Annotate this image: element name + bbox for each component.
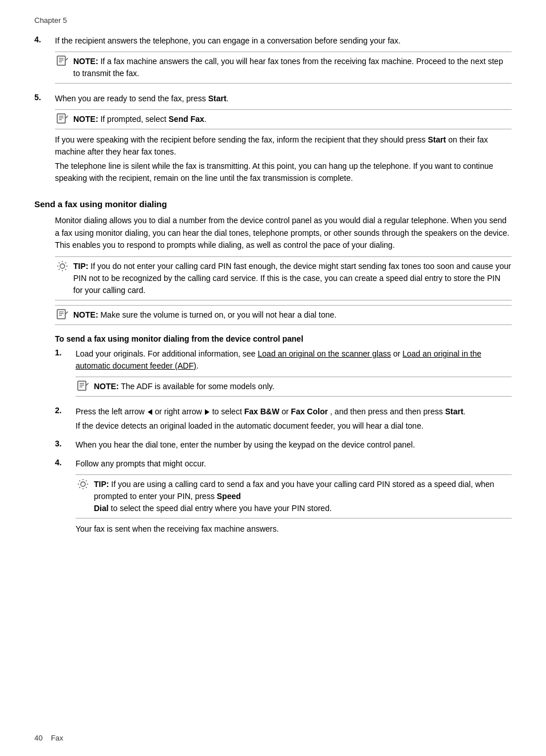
step-4-content: If the recipient answers the telephone, … [55,35,512,88]
tip-1-text: TIP: If you do not enter your calling ca… [73,260,512,296]
note-4-text: NOTE: The ADF is available for some mode… [94,381,512,393]
note-2-icon [55,113,70,124]
svg-rect-0 [57,56,65,65]
chapter-label: Chapter 5 [34,16,67,25]
step-4-block: 4. If the recipient answers the telephon… [34,35,512,88]
tip-1-icon [55,260,70,272]
svg-line-31 [86,487,87,488]
svg-point-25 [81,482,85,486]
step-5-content: When you are ready to send the fax, pres… [55,93,512,187]
sub-step-2-text: Press the left arrow or right arrow to s… [76,406,512,418]
tip-1-block: TIP: If you do not enter your calling ca… [55,256,512,300]
step-5-text: When you are ready to send the fax, pres… [55,93,512,105]
left-arrow-icon [148,409,152,415]
note-2-block: NOTE: If prompted, select Send Fax. [55,109,512,129]
note-3-block: NOTE: Make sure the volume is turned on,… [55,305,512,325]
step-4-text: If the recipient answers the telephone, … [55,35,512,47]
footer: 40 Fax [34,734,64,742]
note-1-text: NOTE: If a fax machine answers the call,… [73,56,512,80]
closing-text: Your fax is sent when the receiving fax … [76,523,512,535]
note-2-text: NOTE: If prompted, select Send Fax. [73,113,512,125]
sub-step-4-text: Follow any prompts that might occur. [76,458,512,470]
sub-step-4-num: 4. [55,458,76,467]
note-3-text: NOTE: Make sure the volume is turned on,… [73,309,512,321]
sub-step-2-body2: If the device detects an original loaded… [76,420,512,432]
sub-step-3-num: 3. [55,439,76,448]
note-1-label: NOTE: [73,57,98,66]
svg-rect-4 [57,114,65,123]
svg-line-14 [65,269,66,270]
footer-section: Fax [51,734,64,742]
svg-rect-21 [78,381,86,390]
sub-step-3-content: When you hear the dial tone, enter the n… [76,439,512,453]
svg-line-15 [65,263,66,264]
subsection-heading: To send a fax using monitor dialing from… [55,334,512,343]
right-arrow-icon [205,409,209,415]
note-4-label: NOTE: [94,382,119,391]
sub-step-1-content: Load your originals. For additional info… [76,348,512,401]
note-2-label: NOTE: [73,114,98,124]
sub-step-1-block: 1. Load your originals. For additional i… [55,348,512,401]
step-5-num: 5. [34,93,55,102]
svg-line-13 [59,263,60,264]
tip-2-icon [76,478,90,490]
note-2-body-p1: If you were speaking with the recipient … [55,134,512,158]
note-4-icon [76,381,90,391]
note-2-body-p2: The telephone line is silent while the f… [55,160,512,184]
note-3-label: NOTE: [73,310,98,319]
svg-line-33 [80,487,81,488]
section-body-indent: Monitor dialing allows you to dial a num… [55,215,512,537]
note-1-block: NOTE: If a fax machine answers the call,… [55,52,512,84]
sub-step-2-content: Press the left arrow or right arrow to s… [76,406,512,434]
tip-2-block: TIP: If you are using a calling card to … [76,474,512,518]
sub-step-3-block: 3. When you hear the dial tone, enter th… [55,439,512,453]
note-4-block: NOTE: The ADF is available for some mode… [76,377,512,397]
sub-step-4-block: 4. Follow any prompts that might occur. [55,458,512,537]
svg-point-8 [60,264,65,268]
sub-step-2-block: 2. Press the left arrow or right arrow t… [55,406,512,434]
step-5-block: 5. When you are ready to send the fax, p… [34,93,512,187]
svg-rect-17 [57,310,65,319]
tip-2-text: TIP: If you are using a calling card to … [94,478,512,514]
sub-step-3-text: When you hear the dial tone, enter the n… [76,439,512,451]
sub-step-1-text: Load your originals. For additional info… [76,348,512,372]
note-3-icon [55,309,70,319]
link-scanner-glass[interactable]: Load an original on the scanner glass [258,349,391,358]
svg-line-32 [86,481,87,482]
note-1-icon [55,56,70,66]
section-heading: Send a fax using monitor dialing [34,199,512,209]
svg-line-16 [59,269,60,270]
page: Chapter 5 4. If the recipient answers th… [0,0,546,756]
svg-line-30 [80,481,81,482]
sub-step-4-content: Follow any prompts that might occur. [76,458,512,537]
tip-1-label: TIP: [73,262,88,271]
chapter-header: Chapter 5 [34,16,512,25]
sub-step-2-num: 2. [55,406,76,415]
footer-page: 40 [34,734,42,742]
tip-2-label: TIP: [94,480,109,489]
section-body: Monitor dialing allows you to dial a num… [55,215,512,252]
step-4-num: 4. [34,35,55,44]
sub-step-1-num: 1. [55,348,76,357]
